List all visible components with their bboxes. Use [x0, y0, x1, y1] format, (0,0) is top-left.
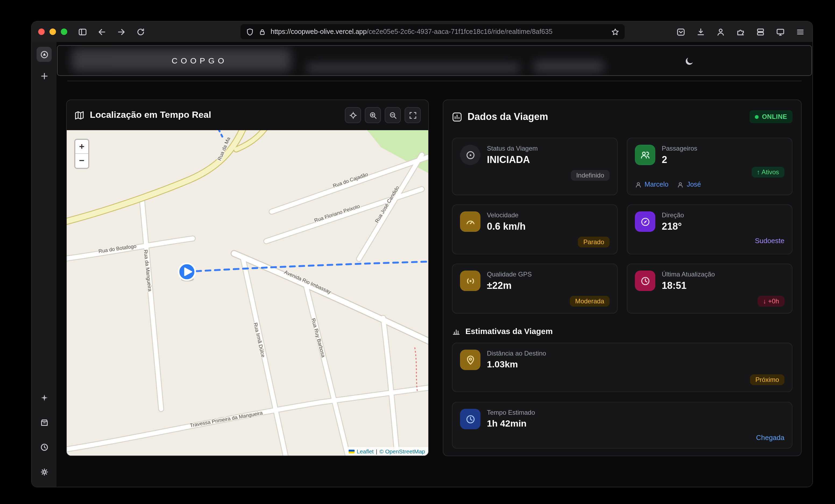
sparkle-icon: [40, 393, 49, 402]
compass-icon: [635, 211, 655, 232]
new-tab-button[interactable]: [37, 68, 52, 83]
library-icon: [40, 418, 49, 427]
library-button[interactable]: [37, 415, 52, 430]
sidebar-toggle-button[interactable]: [75, 24, 90, 39]
passenger-name: José: [687, 181, 701, 188]
stat-value: 1.03km: [487, 359, 546, 370]
url-text: https://coopweb-olive.vercel.app/ce2e05e…: [271, 28, 607, 36]
stat-card-passengers: Passageiros 2 ↑ Ativos Marcelo: [627, 138, 793, 195]
brand-logo: COOPGO: [171, 46, 227, 75]
leaflet-link[interactable]: Leaflet: [357, 448, 374, 455]
reload-icon: [136, 27, 145, 36]
desktop: https://coopweb-olive.vercel.app/ce2e05e…: [0, 0, 835, 504]
stat-value: 18:51: [662, 280, 715, 292]
passengers-icon: [635, 145, 655, 165]
estimate-card-distance: Distância ao Destino 1.03km Próximo: [452, 343, 793, 392]
passenger-name: Marcelo: [645, 181, 669, 188]
forward-button[interactable]: [114, 24, 128, 39]
tab-favicon: [40, 50, 49, 59]
stat-value: 2: [662, 154, 697, 166]
speed-badge: Parado: [578, 237, 610, 248]
stat-card-last-update: Última Atualização 18:51 ↓ +0h: [627, 264, 793, 314]
url-domain: coopweb-olive.vercel.app: [291, 28, 367, 36]
eta-note: Chegada: [756, 434, 785, 442]
locate-button[interactable]: [345, 107, 361, 123]
fullscreen-button[interactable]: [405, 107, 421, 123]
menu-icon[interactable]: [796, 27, 805, 36]
stat-card-gps: Qualidade GPS ±22m Moderada: [452, 264, 618, 314]
attribution-separator: |: [376, 448, 377, 455]
browser-window: https://coopweb-olive.vercel.app/ce2e05e…: [32, 22, 812, 487]
stat-label: Tempo Estimado: [487, 409, 535, 416]
map-panel-title: Localização em Tempo Real: [90, 110, 211, 121]
status-badge: Indefinido: [571, 170, 610, 181]
map-panel-header: Localização em Tempo Real: [67, 100, 428, 130]
url-scheme: https://: [271, 28, 291, 36]
plus-icon: [40, 71, 49, 80]
settings-button[interactable]: [37, 464, 52, 479]
ukraine-flag-icon: [349, 449, 354, 453]
map-icon: [74, 110, 84, 120]
moon-icon: [684, 56, 695, 66]
back-button[interactable]: [94, 24, 109, 39]
active-tab[interactable]: [37, 47, 52, 62]
fullscreen-icon: [409, 111, 417, 119]
passenger-chip: José: [677, 181, 701, 188]
magnifier-minus-icon: [389, 111, 397, 119]
url-path: /ce2e05e5-2c6c-4937-aaca-71f1fce18c16/ri…: [367, 28, 552, 36]
map-zoom-out-button[interactable]: −: [75, 154, 88, 168]
trip-panel-header: Dados da Viagem ONLINE: [452, 109, 793, 125]
update-badge: ↓ +0h: [758, 296, 785, 307]
stat-label: Velocidade: [487, 211, 526, 219]
ai-sparkle-button[interactable]: [37, 390, 52, 405]
vehicle-marker[interactable]: [179, 264, 195, 281]
url-bar[interactable]: https://coopweb-olive.vercel.app/ce2e05e…: [241, 24, 625, 39]
chart-box-icon: [452, 112, 462, 122]
downloads-icon[interactable]: [696, 27, 705, 36]
pocket-icon[interactable]: [676, 27, 686, 36]
map-pin-icon: [460, 350, 481, 370]
gps-signal-icon: [460, 271, 481, 291]
passenger-chips: Marcelo José: [635, 181, 785, 188]
gps-badge: Moderada: [570, 296, 610, 307]
history-clock-icon: [40, 442, 49, 451]
sidebar-icon: [78, 27, 87, 36]
zoom-in-button[interactable]: [365, 107, 381, 123]
openstreetmap-link[interactable]: © OpenStreetMap: [379, 448, 425, 455]
realtime-map-panel: Localização em Tempo Real: [66, 100, 429, 456]
map-canvas[interactable]: Rua da Ma Rua do Cajadão Rua Floriano Pe…: [67, 130, 428, 456]
close-window-button[interactable]: [38, 28, 45, 35]
toolbar-actions: [676, 22, 805, 42]
theme-toggle-button[interactable]: [682, 53, 698, 69]
containers-icon[interactable]: [756, 27, 765, 36]
history-button[interactable]: [37, 439, 52, 455]
display-icon[interactable]: [776, 27, 785, 36]
minimize-window-button[interactable]: [49, 28, 56, 35]
trip-data-panel: Dados da Viagem ONLINE: [443, 100, 802, 456]
stat-label: Passageiros: [662, 145, 697, 152]
trip-panel-title: Dados da Viagem: [468, 111, 548, 122]
zoom-out-button[interactable]: [385, 107, 401, 123]
stats-grid: Status da Viagem INICIADA Indefinido: [452, 138, 793, 314]
browser-toolbar: https://coopweb-olive.vercel.app/ce2e05e…: [32, 22, 812, 42]
online-dot-icon: [755, 115, 759, 119]
extensions-icon[interactable]: [736, 27, 745, 36]
redacted-blur: [533, 61, 604, 72]
traffic-lights: [38, 28, 67, 35]
map-zoom-in-button[interactable]: +: [75, 140, 88, 154]
estimates-section-header: Estimativas da Viagem: [452, 327, 793, 336]
map-toolbar: [345, 107, 421, 123]
settings-gear-icon: [40, 467, 49, 476]
online-label: ONLINE: [762, 113, 787, 121]
stat-label: Distância ao Destino: [487, 350, 546, 357]
magnifier-plus-icon: [369, 111, 377, 119]
person-icon: [677, 181, 684, 188]
lock-icon: [258, 28, 266, 36]
maximize-window-button[interactable]: [61, 28, 67, 35]
account-icon[interactable]: [716, 27, 725, 36]
stat-value: 1h 42min: [487, 419, 535, 429]
reload-button[interactable]: [133, 24, 148, 39]
tracking-shield-icon: [246, 28, 254, 36]
estimate-card-eta: Tempo Estimado 1h 42min Chegada: [452, 402, 793, 448]
bookmark-star-icon[interactable]: [611, 28, 619, 36]
